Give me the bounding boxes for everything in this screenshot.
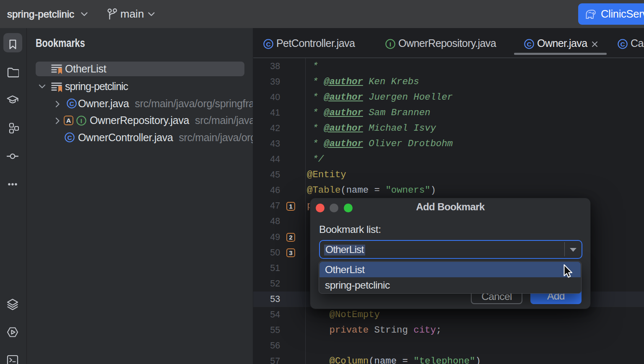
svg-text:C: C: [620, 41, 625, 48]
svg-text:C: C: [69, 100, 74, 107]
svg-text:C: C: [266, 41, 270, 48]
svg-text:I: I: [390, 41, 391, 48]
svg-text:I: I: [80, 117, 82, 124]
svg-text:C: C: [527, 41, 531, 48]
svg-text:C: C: [67, 134, 72, 141]
